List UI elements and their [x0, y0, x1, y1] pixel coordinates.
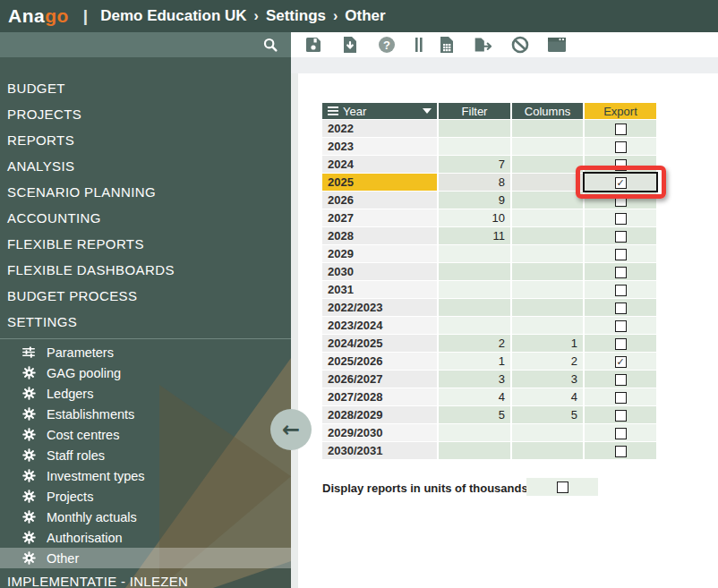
- sidebar-item-reports[interactable]: REPORTS: [0, 127, 291, 153]
- year-cell[interactable]: 2023: [322, 138, 437, 155]
- filter-cell[interactable]: 2: [439, 335, 510, 352]
- columns-cell[interactable]: [512, 299, 583, 316]
- anago-logo[interactable]: Anago: [8, 5, 69, 27]
- sidebar-item-establishments[interactable]: Establishments: [0, 404, 291, 424]
- breadcrumb-item[interactable]: Demo Education UK: [100, 7, 246, 25]
- sidebar-item-flexible-dashboards[interactable]: FLEXIBLE DASHBOARDS: [0, 257, 291, 283]
- export-checkbox[interactable]: [615, 195, 627, 207]
- year-cell[interactable]: 2022: [322, 120, 437, 137]
- columns-cell[interactable]: [512, 245, 583, 262]
- filter-cell[interactable]: [439, 299, 510, 316]
- columns-cell[interactable]: [512, 209, 583, 226]
- filter-cell[interactable]: 10: [439, 209, 510, 226]
- window-icon[interactable]: [547, 35, 567, 55]
- columns-cell[interactable]: [512, 442, 583, 459]
- columns-cell[interactable]: 2: [512, 353, 583, 370]
- filter-cell[interactable]: [439, 281, 510, 298]
- sidebar-collapse-button[interactable]: ←: [270, 409, 312, 450]
- year-cell[interactable]: 2022/2023: [322, 299, 437, 316]
- sidebar-item-flexible-reports[interactable]: FLEXIBLE REPORTS: [0, 231, 291, 257]
- sidebar-item-staff-roles[interactable]: Staff roles: [0, 445, 291, 465]
- export-checkbox[interactable]: [615, 446, 627, 457]
- sidebar-item-settings[interactable]: SETTINGS: [0, 309, 291, 335]
- columns-cell[interactable]: [512, 156, 583, 173]
- sidebar-item-ledgers[interactable]: Ledgers: [0, 383, 291, 404]
- column-header-year[interactable]: Year: [322, 103, 437, 119]
- year-cell[interactable]: 2025/2026: [322, 353, 437, 370]
- filter-cell[interactable]: [439, 442, 510, 459]
- units-of-thousands-checkbox[interactable]: [557, 481, 568, 493]
- filter-cell[interactable]: 9: [439, 192, 510, 209]
- column-header-columns[interactable]: Columns: [512, 103, 583, 119]
- sidebar-item-budget-process[interactable]: BUDGET PROCESS: [0, 283, 291, 309]
- columns-cell[interactable]: 3: [512, 371, 583, 388]
- export-checkbox[interactable]: [615, 392, 627, 404]
- filter-cell[interactable]: [439, 245, 510, 262]
- columns-cell[interactable]: 1: [512, 335, 583, 352]
- sidebar-item-gag-pooling[interactable]: GAG pooling: [0, 362, 291, 383]
- breadcrumb-item[interactable]: Other: [345, 7, 385, 25]
- sidebar-item-monthly-actuals[interactable]: Monthly actuals: [0, 507, 291, 527]
- filter-cell[interactable]: 1: [439, 353, 510, 370]
- help-icon[interactable]: ?: [377, 35, 397, 55]
- year-cell[interactable]: 2027: [322, 209, 437, 226]
- columns-cell[interactable]: 4: [512, 388, 583, 405]
- sidebar-item-scenario-planning[interactable]: SCENARIO PLANNING: [0, 179, 291, 205]
- year-cell[interactable]: 2031: [322, 281, 437, 298]
- export-checkbox[interactable]: [615, 159, 627, 171]
- year-cell[interactable]: 2029/2030: [322, 424, 437, 441]
- year-cell[interactable]: 2028: [322, 227, 437, 244]
- sidebar-item-parameters[interactable]: Parameters: [0, 342, 291, 362]
- sidebar-item-projects[interactable]: Projects: [0, 486, 291, 507]
- export-checkbox[interactable]: [615, 141, 627, 153]
- spreadsheet-icon[interactable]: [437, 35, 457, 55]
- export-checkbox[interactable]: [615, 374, 627, 386]
- sidebar-item-projects[interactable]: PROJECTS: [0, 101, 291, 127]
- breadcrumb-item[interactable]: Settings: [266, 7, 326, 25]
- columns-cell[interactable]: [512, 192, 583, 209]
- year-cell[interactable]: 2024/2025: [322, 335, 437, 352]
- columns-cell[interactable]: [512, 120, 583, 137]
- year-cell[interactable]: 2026/2027: [322, 371, 437, 388]
- sidebar-item-authorisation[interactable]: Authorisation: [0, 527, 291, 548]
- export-checkbox[interactable]: [615, 320, 627, 332]
- block-icon[interactable]: [510, 35, 530, 55]
- export-checkbox[interactable]: [615, 213, 627, 225]
- filter-cell[interactable]: 11: [439, 227, 510, 244]
- export-checkbox[interactable]: [615, 267, 627, 278]
- export-file-icon[interactable]: [474, 35, 493, 55]
- filter-cell[interactable]: [439, 424, 510, 441]
- year-cell[interactable]: 2028/2029: [322, 406, 437, 423]
- sidebar-item-budget[interactable]: BUDGET: [0, 75, 291, 101]
- filter-cell[interactable]: 4: [439, 388, 510, 405]
- sidebar-item-analysis[interactable]: ANALYSIS: [0, 153, 291, 179]
- filter-cell[interactable]: [439, 317, 510, 334]
- export-checkbox[interactable]: [615, 285, 627, 296]
- export-checkbox[interactable]: [615, 249, 627, 260]
- year-cell[interactable]: 2024: [322, 156, 437, 173]
- sidebar-item-other[interactable]: Other: [0, 548, 291, 568]
- export-checkbox[interactable]: ✓: [615, 177, 627, 189]
- export-checkbox[interactable]: [615, 410, 627, 422]
- column-header-filter[interactable]: Filter: [439, 103, 510, 119]
- download-file-icon[interactable]: [340, 35, 360, 55]
- export-checkbox[interactable]: [615, 124, 627, 135]
- column-header-export[interactable]: Export: [585, 103, 656, 119]
- year-cell[interactable]: 2025: [322, 174, 437, 191]
- search-icon[interactable]: [261, 35, 280, 55]
- year-cell[interactable]: 2023/2024: [322, 317, 437, 334]
- columns-cell[interactable]: [512, 263, 583, 280]
- sidebar-item-implementatie-inlezen[interactable]: IMPLEMENTATIE - INLEZEN: [0, 570, 291, 588]
- columns-cell[interactable]: 5: [512, 406, 583, 423]
- sidebar-item-accounting[interactable]: ACCOUNTING: [0, 205, 291, 231]
- filter-cell[interactable]: 8: [439, 174, 510, 191]
- columns-cell[interactable]: [512, 174, 583, 191]
- columns-cell[interactable]: [512, 424, 583, 441]
- export-checkbox[interactable]: [615, 428, 627, 439]
- year-cell[interactable]: 2029: [322, 245, 437, 262]
- year-cell[interactable]: 2030: [322, 263, 437, 280]
- filter-cell[interactable]: [439, 263, 510, 280]
- sidebar-item-cost-centres[interactable]: Cost centres: [0, 424, 291, 445]
- chevron-down-icon[interactable]: [423, 108, 432, 114]
- year-cell[interactable]: 2027/2028: [322, 388, 437, 405]
